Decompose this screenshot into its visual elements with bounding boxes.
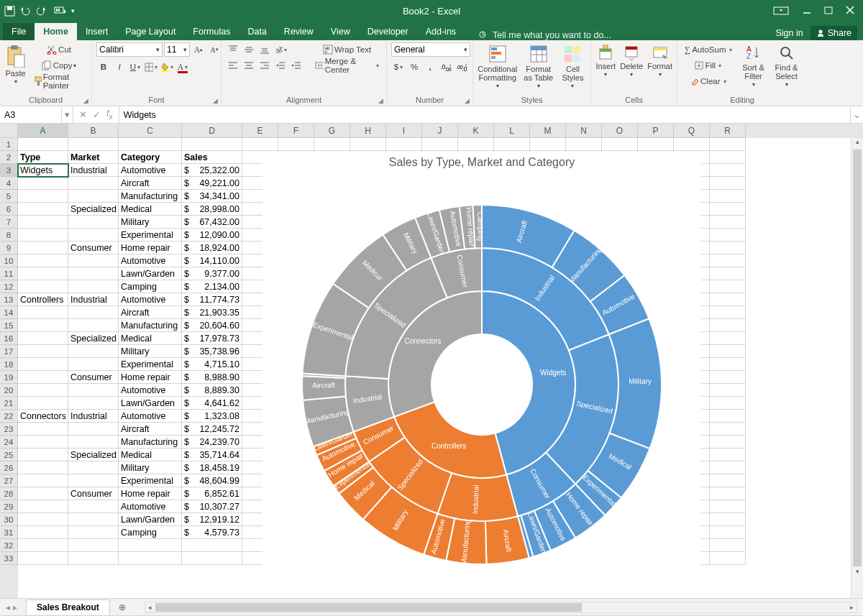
- autosum-button[interactable]: ∑ AutoSum: [682, 42, 735, 57]
- grow-font-icon[interactable]: A▴: [191, 42, 206, 57]
- cell[interactable]: [710, 151, 746, 164]
- cell[interactable]: [18, 552, 68, 565]
- fill-color-icon[interactable]: [160, 60, 174, 74]
- format-painter-button[interactable]: Format Painter: [31, 74, 87, 88]
- cell[interactable]: Experimental: [119, 358, 182, 371]
- cell[interactable]: [710, 487, 746, 500]
- cell[interactable]: [314, 138, 350, 151]
- tab-formulas[interactable]: Formulas: [184, 23, 239, 40]
- cell[interactable]: Aircraft: [119, 306, 182, 319]
- cell[interactable]: [18, 436, 68, 449]
- cell[interactable]: Medical: [119, 449, 182, 461]
- cell[interactable]: [710, 500, 746, 513]
- column-header[interactable]: M: [530, 124, 566, 138]
- cell[interactable]: Sales: [182, 151, 242, 164]
- cell[interactable]: [18, 384, 68, 397]
- cell[interactable]: [18, 216, 68, 229]
- wrap-text-button[interactable]: abcWrap Text: [312, 42, 382, 57]
- row-header[interactable]: 23: [0, 423, 18, 436]
- cell[interactable]: Automotive: [119, 500, 182, 513]
- sort-filter-button[interactable]: AZ Sort & Filter▾: [739, 42, 768, 88]
- cell[interactable]: $2,134.00: [182, 280, 242, 293]
- cell[interactable]: [710, 267, 746, 280]
- cell-styles-button[interactable]: Cell Styles▾: [560, 42, 586, 90]
- cell[interactable]: Industrial: [68, 410, 119, 423]
- enter-formula-icon[interactable]: ✓: [93, 109, 101, 120]
- cell[interactable]: [182, 539, 242, 552]
- cell[interactable]: Connectors: [18, 410, 68, 423]
- column-header[interactable]: G: [314, 124, 350, 138]
- accounting-format-icon[interactable]: $: [391, 60, 406, 74]
- cell[interactable]: [119, 138, 182, 151]
- column-header[interactable]: Q: [674, 124, 710, 138]
- cell[interactable]: Specialized: [68, 332, 119, 345]
- cell[interactable]: [710, 203, 746, 216]
- fill-button[interactable]: Fill: [682, 58, 735, 73]
- cell[interactable]: [18, 539, 68, 552]
- row-header[interactable]: 2: [0, 151, 18, 164]
- row-header[interactable]: 17: [0, 345, 18, 358]
- row-header[interactable]: 14: [0, 306, 18, 319]
- cell[interactable]: Automotive: [119, 410, 182, 423]
- worksheet-grid[interactable]: TypeMarketCategorySalesWidgetsIndustrial…: [18, 138, 851, 598]
- column-header[interactable]: L: [494, 124, 530, 138]
- font-name-combo[interactable]: ▾: [96, 42, 163, 57]
- cell[interactable]: $12,245.72: [182, 423, 242, 436]
- cell[interactable]: [530, 138, 566, 151]
- cell[interactable]: Automotive: [119, 293, 182, 306]
- cell[interactable]: [68, 461, 119, 474]
- cell[interactable]: [18, 474, 68, 487]
- decrease-decimal-icon[interactable]: .00.0: [455, 60, 469, 74]
- cell[interactable]: [68, 436, 119, 449]
- cell[interactable]: [710, 332, 746, 345]
- cell[interactable]: $4,641.62: [182, 397, 242, 410]
- cell[interactable]: Consumer: [68, 242, 119, 254]
- cell[interactable]: $17,978.73: [182, 332, 242, 345]
- cell[interactable]: Automotive: [119, 384, 182, 397]
- row-header[interactable]: 6: [0, 203, 18, 216]
- cell[interactable]: Military: [119, 345, 182, 358]
- insert-cells-button[interactable]: Insert▾: [595, 42, 616, 78]
- row-header[interactable]: 13: [0, 293, 18, 306]
- cell[interactable]: $10,307.27: [182, 500, 242, 513]
- cell[interactable]: Automotive: [119, 254, 182, 267]
- minimize-icon[interactable]: [803, 6, 811, 16]
- column-header[interactable]: K: [458, 124, 494, 138]
- row-header[interactable]: 11: [0, 267, 18, 280]
- cell[interactable]: Category: [119, 151, 182, 164]
- qat-customize-icon[interactable]: [54, 6, 67, 17]
- italic-icon[interactable]: I: [112, 60, 127, 74]
- cell[interactable]: [18, 449, 68, 461]
- fx-icon[interactable]: fx: [106, 109, 113, 121]
- cell[interactable]: [18, 319, 68, 332]
- column-header[interactable]: A: [18, 124, 68, 138]
- cell[interactable]: Medical: [119, 203, 182, 216]
- cell[interactable]: [710, 397, 746, 410]
- column-header[interactable]: R: [710, 124, 746, 138]
- name-box-dropdown-icon[interactable]: ▾: [62, 106, 73, 123]
- shrink-font-icon[interactable]: A▾: [207, 42, 222, 57]
- cell[interactable]: [710, 539, 746, 552]
- increase-indent-icon[interactable]: [289, 58, 303, 73]
- tab-data[interactable]: Data: [239, 23, 275, 40]
- cell[interactable]: [182, 138, 242, 151]
- cell[interactable]: Specialized: [68, 449, 119, 461]
- cell[interactable]: $28,998.00: [182, 203, 242, 216]
- row-header[interactable]: 26: [0, 461, 18, 474]
- horizontal-scrollbar[interactable]: ◂▸: [145, 602, 857, 613]
- row-header[interactable]: 20: [0, 384, 18, 397]
- align-bottom-icon[interactable]: [257, 42, 272, 57]
- cell[interactable]: $9,377.00: [182, 267, 242, 280]
- cell[interactable]: [710, 526, 746, 539]
- ribbon-options-icon[interactable]: [772, 6, 790, 16]
- cell[interactable]: [710, 513, 746, 526]
- cell[interactable]: [18, 513, 68, 526]
- cell[interactable]: [710, 345, 746, 358]
- row-header[interactable]: 15: [0, 319, 18, 332]
- cell[interactable]: [18, 345, 68, 358]
- cell[interactable]: [18, 242, 68, 254]
- tab-add-ins[interactable]: Add-ins: [417, 23, 465, 40]
- find-select-button[interactable]: Find & Select▾: [772, 42, 801, 88]
- cell[interactable]: $4,579.73: [182, 526, 242, 539]
- font-size-combo[interactable]: ▾: [164, 42, 190, 57]
